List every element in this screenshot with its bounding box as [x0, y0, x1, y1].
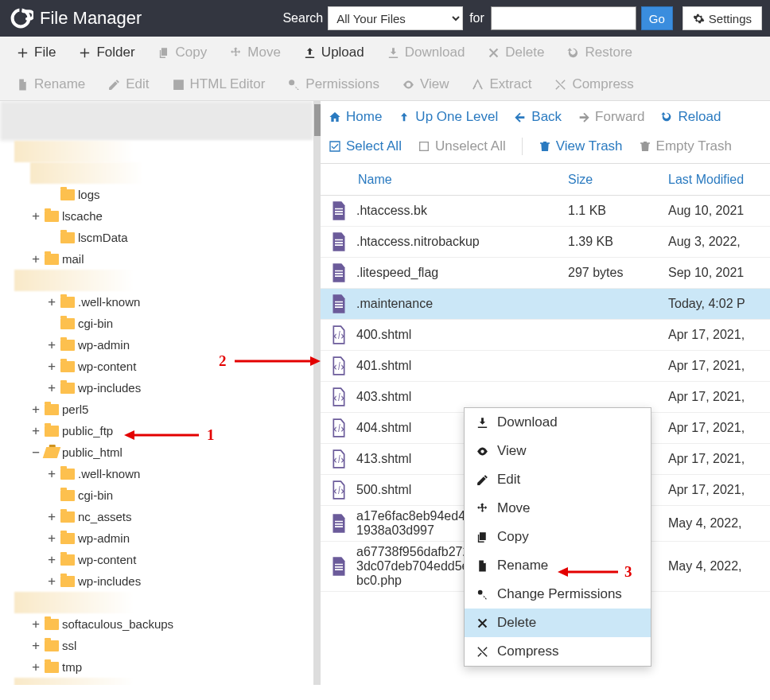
context-edit[interactable]: Edit	[465, 465, 651, 494]
tree-node[interactable]: +perl5	[0, 399, 313, 420]
emptytrash-button[interactable]: Empty Trash	[639, 138, 732, 154]
cell-modified: Apr 17, 2021,	[668, 359, 770, 373]
table-header: Name Size Last Modified	[321, 164, 770, 196]
extract-button[interactable]: Extract	[460, 68, 542, 100]
tree-node[interactable]: +tmp	[0, 656, 313, 678]
table-row[interactable]: .maintenanceToday, 4:02 P	[321, 289, 770, 320]
square-icon	[418, 140, 430, 153]
context-download[interactable]: Download	[465, 408, 651, 437]
file-navbar: Home Up One Level Back Forward Reload Se…	[321, 101, 770, 158]
tree-node[interactable]: +wp-admin	[0, 527, 313, 549]
context-rename[interactable]: Rename	[465, 551, 651, 580]
tree-node[interactable]: +wp-content	[0, 356, 313, 377]
expander-icon[interactable]: +	[30, 638, 41, 653]
forward-button[interactable]: Forward	[578, 109, 644, 125]
compress-button[interactable]: Compress	[542, 68, 644, 100]
folder-tree[interactable]: logs+lscachelscmData+mail+.well-knowncgi…	[0, 101, 314, 685]
settings-button[interactable]: Settings	[682, 6, 762, 30]
splitter[interactable]	[314, 101, 321, 685]
cell-name: .htaccess.bk	[356, 204, 568, 218]
expander-icon[interactable]: +	[46, 337, 57, 352]
delete-button[interactable]: Delete	[476, 37, 555, 68]
context-copy[interactable]: Copy	[465, 523, 651, 551]
search-scope-select[interactable]: All Your Files	[328, 6, 463, 30]
file-icon	[16, 78, 29, 91]
expander-icon[interactable]: +	[46, 294, 57, 309]
copy-button[interactable]: Copy	[146, 37, 219, 68]
delete-icon	[476, 616, 489, 630]
table-row[interactable]: .htaccess.bk1.1 KBAug 10, 2021	[321, 196, 770, 227]
home-button[interactable]: Home	[329, 109, 382, 125]
download-button[interactable]: Download	[375, 37, 476, 68]
expander-icon[interactable]: +	[46, 574, 57, 589]
expander-icon[interactable]: +	[46, 552, 57, 567]
expander-icon[interactable]: +	[30, 423, 41, 438]
back-button[interactable]: Back	[514, 109, 562, 125]
view-button[interactable]: View	[391, 68, 461, 100]
col-mod[interactable]: Last Modified	[668, 173, 770, 187]
context-move[interactable]: Move	[465, 494, 651, 523]
tree-node[interactable]: +.well-known	[0, 463, 313, 484]
up-button[interactable]: Up One Level	[398, 109, 498, 125]
tree-label: mail	[62, 252, 84, 266]
expander-icon[interactable]: +	[30, 251, 41, 266]
context-delete[interactable]: Delete	[465, 609, 651, 637]
go-button[interactable]: Go	[641, 6, 673, 30]
expander-icon[interactable]: +	[46, 531, 57, 546]
tree-node[interactable]: +softaculous_backups	[0, 613, 313, 635]
tree-label: logs	[78, 188, 100, 201]
expander-icon[interactable]: −	[30, 445, 41, 460]
context-menu: DownloadViewEditMoveCopyRenameChange Per…	[464, 407, 651, 667]
expander-icon[interactable]: +	[30, 208, 41, 224]
tree-node[interactable]: +wp-includes	[0, 570, 313, 592]
unselect-button[interactable]: Unselect All	[418, 138, 506, 154]
permissions-button[interactable]: Permissions	[276, 68, 391, 100]
reload-button[interactable]: Reload	[660, 109, 721, 125]
col-name[interactable]: Name	[356, 173, 568, 187]
tree-node[interactable]: −public_html	[0, 441, 313, 463]
context-perm[interactable]: Change Permissions	[465, 580, 651, 609]
code-file-icon	[331, 480, 347, 500]
rename-button[interactable]: Rename	[5, 68, 96, 100]
table-row[interactable]: 401.shtmlApr 17, 2021,	[321, 351, 770, 382]
plus-icon	[16, 46, 29, 60]
context-compress[interactable]: Compress	[465, 637, 651, 666]
copy-icon	[158, 46, 171, 60]
htmleditor-button[interactable]: HTML Editor	[161, 68, 277, 100]
tree-node[interactable]: +mail	[0, 248, 313, 270]
tree-node[interactable]: logs	[0, 184, 313, 205]
upload-button[interactable]: Upload	[292, 37, 375, 68]
selectall-button[interactable]: Select All	[329, 138, 402, 154]
expander-icon[interactable]: +	[30, 402, 41, 417]
expander-icon[interactable]: +	[30, 659, 41, 675]
tree-node[interactable]: +wp-admin	[0, 334, 313, 356]
expander-icon[interactable]: +	[46, 380, 57, 395]
tree-node[interactable]: +public_ftp	[0, 420, 313, 441]
tree-node[interactable]: cgi-bin	[0, 484, 313, 506]
tree-node[interactable]: cgi-bin	[0, 313, 313, 334]
expander-icon[interactable]: +	[46, 359, 57, 374]
tree-node[interactable]: +nc_assets	[0, 506, 313, 527]
table-row[interactable]: 400.shtmlApr 17, 2021,	[321, 320, 770, 351]
tree-node[interactable]: +wp-content	[0, 549, 313, 570]
table-row[interactable]: .htaccess.nitrobackup1.39 KBAug 3, 2022,	[321, 227, 770, 258]
tree-node[interactable]: lscmData	[0, 227, 313, 248]
tree-node[interactable]: +wp-includes	[0, 377, 313, 399]
search-input[interactable]	[491, 6, 636, 30]
move-button[interactable]: Move	[218, 37, 292, 68]
expander-icon[interactable]: +	[46, 509, 57, 524]
folder-button[interactable]: Folder	[67, 37, 146, 68]
doc-file-icon	[331, 232, 347, 251]
restore-button[interactable]: Restore	[555, 37, 644, 68]
file-button[interactable]: File	[5, 37, 67, 68]
edit-button[interactable]: Edit	[96, 68, 160, 100]
context-view[interactable]: View	[465, 437, 651, 465]
viewtrash-button[interactable]: View Trash	[539, 138, 623, 154]
col-size[interactable]: Size	[568, 173, 668, 187]
tree-node[interactable]: +.well-known	[0, 291, 313, 313]
tree-node[interactable]: +lscache	[0, 205, 313, 227]
expander-icon[interactable]: +	[30, 616, 41, 632]
expander-icon[interactable]: +	[46, 466, 57, 481]
tree-node[interactable]: +ssl	[0, 635, 313, 656]
table-row[interactable]: .litespeed_flag297 bytesSep 10, 2021	[321, 258, 770, 289]
